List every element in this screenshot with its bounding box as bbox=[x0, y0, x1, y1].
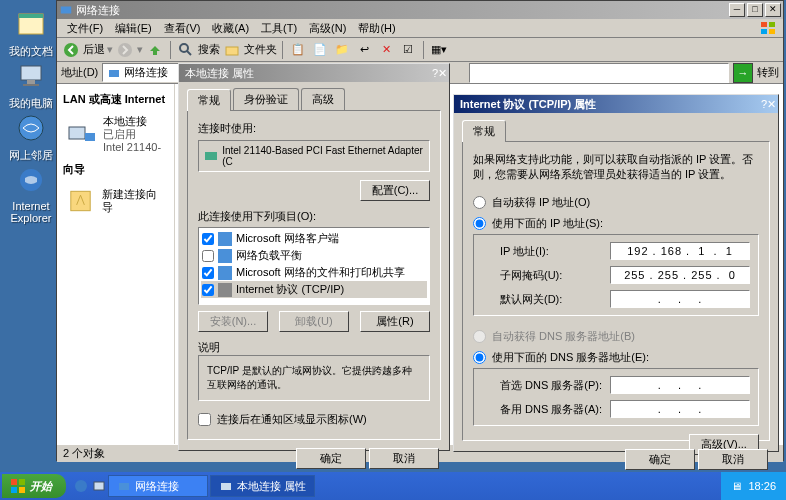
back-label[interactable]: 后退 bbox=[83, 42, 105, 57]
folders-icon[interactable] bbox=[222, 40, 242, 60]
svg-rect-8 bbox=[761, 22, 767, 27]
menu-favorites[interactable]: 收藏(A) bbox=[206, 19, 255, 38]
svg-rect-24 bbox=[218, 266, 232, 280]
svg-point-12 bbox=[64, 43, 78, 57]
task-icon bbox=[219, 479, 233, 493]
dns1-label: 首选 DNS 服务器(P): bbox=[500, 378, 602, 393]
tab-auth[interactable]: 身份验证 bbox=[233, 88, 299, 110]
tool-icon-3[interactable]: 📁 bbox=[332, 40, 352, 60]
configure-button[interactable]: 配置(C)... bbox=[360, 180, 430, 201]
folders-label[interactable]: 文件夹 bbox=[244, 42, 277, 57]
tab-advanced[interactable]: 高级 bbox=[301, 88, 345, 110]
back-button[interactable] bbox=[61, 40, 81, 60]
task-network-conn[interactable]: 网络连接 bbox=[108, 475, 208, 497]
dns2-label: 备用 DNS 服务器(A): bbox=[500, 402, 602, 417]
dlg2-titlebar[interactable]: Internet 协议 (TCP/IP) 属性 ? ✕ bbox=[454, 95, 778, 113]
desktop-icon-ie[interactable]: Internet Explorer bbox=[6, 164, 56, 224]
radio-use-dns[interactable] bbox=[473, 351, 486, 364]
tray-icon[interactable]: 🖥 bbox=[731, 480, 742, 492]
forward-button bbox=[115, 40, 135, 60]
go-label: 转到 bbox=[757, 65, 779, 80]
system-tray[interactable]: 🖥 18:26 bbox=[721, 472, 786, 500]
menu-advanced[interactable]: 高级(N) bbox=[303, 19, 352, 38]
dlg2-cancel-button[interactable]: 取消 bbox=[698, 449, 768, 470]
desc-header: 说明 bbox=[198, 340, 430, 355]
ip-label: IP 地址(I): bbox=[500, 244, 549, 259]
install-button[interactable]: 安装(N)... bbox=[198, 311, 268, 332]
address-value[interactable]: 网络连接 bbox=[124, 65, 168, 80]
left-pane: LAN 或高速 Internet 本地连接 已启用 Intel 21140- 向… bbox=[57, 84, 175, 444]
section-header: LAN 或高速 Internet bbox=[61, 88, 170, 111]
svg-rect-25 bbox=[218, 283, 232, 297]
dlg1-titlebar[interactable]: 本地连接 属性 ? ✕ bbox=[179, 64, 449, 82]
svg-rect-4 bbox=[23, 84, 39, 86]
desktop-icon-network[interactable]: 网上邻居 bbox=[6, 112, 56, 163]
menu-file[interactable]: 文件(F) bbox=[61, 19, 109, 38]
close-button[interactable]: ✕ bbox=[765, 3, 781, 17]
svg-rect-3 bbox=[27, 80, 35, 84]
uses-items-label: 此连接使用下列项目(O): bbox=[198, 209, 430, 224]
items-listbox[interactable]: Microsoft 网络客户端 网络负载平衡 Microsoft 网络的文件和打… bbox=[198, 227, 430, 305]
dlg1-ok-button[interactable]: 确定 bbox=[296, 448, 366, 469]
svg-rect-19 bbox=[85, 133, 95, 141]
menu-help[interactable]: 帮助(H) bbox=[352, 19, 401, 38]
quick-launch-2[interactable] bbox=[90, 475, 108, 497]
svg-point-14 bbox=[180, 44, 188, 52]
properties-button[interactable]: 属性(R) bbox=[360, 311, 430, 332]
item-ms-client: Microsoft 网络客户端 bbox=[201, 230, 427, 247]
wizard-label: 新建连接向导 bbox=[102, 188, 166, 214]
toolbar: 后退 ▾ ▾ 搜索 文件夹 📋 📄 📁 ↩ ✕ ☑ ▦▾ bbox=[57, 38, 783, 62]
task-local-conn-props[interactable]: 本地连接 属性 bbox=[210, 475, 315, 497]
minimize-button[interactable]: ─ bbox=[729, 3, 745, 17]
search-icon[interactable] bbox=[176, 40, 196, 60]
intro-text: 如果网络支持此功能，则可以获取自动指派的 IP 设置。否则，您需要从网络系统管理… bbox=[473, 152, 759, 182]
connection-local[interactable]: 本地连接 已启用 Intel 21140- bbox=[61, 111, 170, 158]
ip-input[interactable] bbox=[610, 242, 750, 260]
go-button[interactable]: → bbox=[733, 63, 753, 83]
dlg2-tab-general[interactable]: 常规 bbox=[462, 120, 506, 142]
svg-rect-11 bbox=[769, 29, 775, 34]
address-dropdown[interactable] bbox=[469, 63, 729, 83]
gateway-label: 默认网关(D): bbox=[500, 292, 562, 307]
maximize-button[interactable]: □ bbox=[747, 3, 763, 17]
svg-rect-16 bbox=[226, 47, 238, 55]
desktop-icon-documents[interactable]: 我的文档 bbox=[6, 8, 56, 59]
tool-icon-5[interactable]: ☑ bbox=[398, 40, 418, 60]
desktop-icon-computer[interactable]: 我的电脑 bbox=[6, 60, 56, 111]
notify-checkbox[interactable] bbox=[198, 413, 211, 426]
conn-name: 本地连接 bbox=[103, 115, 161, 128]
search-label[interactable]: 搜索 bbox=[198, 42, 220, 57]
dns2-input[interactable] bbox=[610, 400, 750, 418]
svg-rect-1 bbox=[19, 14, 43, 18]
uninstall-button[interactable]: 卸载(U) bbox=[279, 311, 349, 332]
tab-general[interactable]: 常规 bbox=[187, 89, 231, 111]
menu-tools[interactable]: 工具(T) bbox=[255, 19, 303, 38]
tool-icon-4[interactable]: ↩ bbox=[354, 40, 374, 60]
start-icon bbox=[10, 478, 26, 494]
svg-rect-31 bbox=[94, 482, 104, 490]
radio-use-ip[interactable] bbox=[473, 217, 486, 230]
radio-auto-ip[interactable] bbox=[473, 196, 486, 209]
dialog-local-conn-props: 本地连接 属性 ? ✕ 常规 身份验证 高级 连接时使用: Intel 2114… bbox=[178, 63, 450, 451]
quick-launch-1[interactable] bbox=[72, 475, 90, 497]
dlg2-close-button[interactable]: ✕ bbox=[767, 98, 776, 111]
delete-icon[interactable]: ✕ bbox=[376, 40, 396, 60]
up-button[interactable] bbox=[145, 40, 165, 60]
mask-input[interactable] bbox=[610, 266, 750, 284]
dlg1-close-button[interactable]: ✕ bbox=[438, 67, 447, 80]
dns1-input[interactable] bbox=[610, 376, 750, 394]
views-icon[interactable]: ▦▾ bbox=[429, 40, 449, 60]
svg-rect-10 bbox=[761, 29, 767, 34]
dlg1-cancel-button[interactable]: 取消 bbox=[369, 448, 439, 469]
svg-line-15 bbox=[187, 51, 191, 55]
gateway-input[interactable] bbox=[610, 290, 750, 308]
menu-edit[interactable]: 编辑(E) bbox=[109, 19, 158, 38]
titlebar[interactable]: 网络连接 ─ □ ✕ bbox=[57, 1, 783, 19]
nav-header: 向导 bbox=[61, 158, 170, 181]
dlg2-ok-button[interactable]: 确定 bbox=[625, 449, 695, 470]
tool-icon-2[interactable]: 📄 bbox=[310, 40, 330, 60]
wizard-item[interactable]: 新建连接向导 bbox=[61, 181, 170, 221]
start-button[interactable]: 开始 bbox=[2, 474, 66, 498]
menu-view[interactable]: 查看(V) bbox=[158, 19, 207, 38]
tool-icon-1[interactable]: 📋 bbox=[288, 40, 308, 60]
